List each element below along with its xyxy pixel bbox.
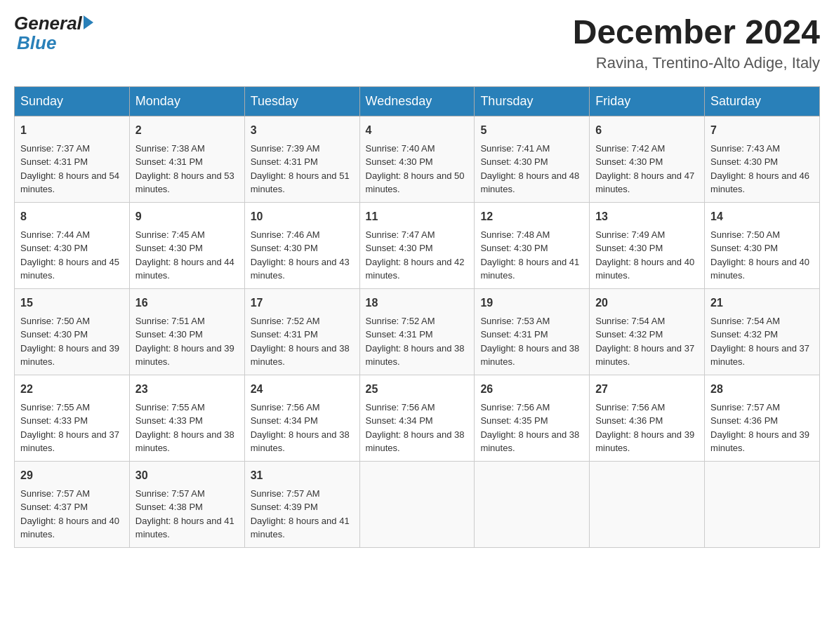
weekday-header-saturday: Saturday [705,86,820,116]
day-number: 17 [251,295,354,311]
daylight-label: Daylight: 8 hours and 39 minutes. [135,343,234,368]
day-number: 12 [480,208,583,225]
calendar-cell: 19 Sunrise: 7:53 AM Sunset: 4:31 PM Dayl… [475,288,590,375]
page-header: General Blue December 2024 Ravina, Trent… [14,14,820,72]
day-number: 14 [710,208,814,225]
weekday-header-sunday: Sunday [15,86,130,116]
sunrise-label: Sunrise: 7:55 AM [135,402,205,412]
calendar-cell: 29 Sunrise: 7:57 AM Sunset: 4:37 PM Dayl… [15,461,130,547]
sunset-label: Sunset: 4:30 PM [135,243,203,253]
sunrise-label: Sunrise: 7:40 AM [366,143,435,154]
sunset-label: Sunset: 4:35 PM [480,415,548,426]
sunset-label: Sunset: 4:34 PM [251,415,318,426]
logo-general-text: General [14,14,82,32]
calendar-cell: 26 Sunrise: 7:56 AM Sunset: 4:35 PM Dayl… [475,375,590,461]
sunset-label: Sunset: 4:30 PM [366,243,433,253]
sunrise-label: Sunrise: 7:41 AM [480,143,550,154]
day-number: 3 [251,122,354,139]
day-number: 31 [251,467,354,484]
day-number: 11 [366,208,469,225]
sunset-label: Sunset: 4:31 PM [20,156,88,167]
day-number: 16 [135,295,239,311]
calendar-cell: 25 Sunrise: 7:56 AM Sunset: 4:34 PM Dayl… [359,375,475,461]
sunset-label: Sunset: 4:33 PM [20,415,88,426]
calendar-cell: 27 Sunrise: 7:56 AM Sunset: 4:36 PM Dayl… [590,375,705,461]
sunrise-label: Sunrise: 7:50 AM [20,316,90,326]
sunrise-label: Sunrise: 7:52 AM [251,316,320,326]
sunset-label: Sunset: 4:31 PM [366,329,433,340]
daylight-label: Daylight: 8 hours and 41 minutes. [480,257,579,281]
title-block: December 2024 Ravina, Trentino-Alto Adig… [573,14,820,72]
day-number: 1 [20,122,124,139]
calendar-cell [475,461,590,547]
calendar-cell: 2 Sunrise: 7:38 AM Sunset: 4:31 PM Dayli… [129,116,244,202]
calendar-cell: 1 Sunrise: 7:37 AM Sunset: 4:31 PM Dayli… [15,116,130,202]
daylight-label: Daylight: 8 hours and 46 minutes. [710,170,809,195]
calendar-cell [705,461,820,547]
sunset-label: Sunset: 4:30 PM [135,329,203,340]
day-number: 30 [135,467,239,484]
sunrise-label: Sunrise: 7:55 AM [20,402,90,412]
logo-blue-text: Blue [17,32,56,53]
calendar-cell: 14 Sunrise: 7:50 AM Sunset: 4:30 PM Dayl… [705,202,820,288]
calendar-cell: 12 Sunrise: 7:48 AM Sunset: 4:30 PM Dayl… [475,202,590,288]
sunrise-label: Sunrise: 7:56 AM [595,402,665,412]
sunrise-label: Sunrise: 7:57 AM [135,488,205,499]
calendar-cell: 28 Sunrise: 7:57 AM Sunset: 4:36 PM Dayl… [705,375,820,461]
day-number: 24 [251,381,354,398]
sunset-label: Sunset: 4:30 PM [251,243,318,253]
calendar-cell: 18 Sunrise: 7:52 AM Sunset: 4:31 PM Dayl… [359,288,475,375]
calendar-week-row: 8 Sunrise: 7:44 AM Sunset: 4:30 PM Dayli… [15,202,820,288]
daylight-label: Daylight: 8 hours and 38 minutes. [251,429,350,454]
sunrise-label: Sunrise: 7:54 AM [595,316,665,326]
sunrise-label: Sunrise: 7:45 AM [135,229,205,240]
day-number: 20 [595,295,699,311]
daylight-label: Daylight: 8 hours and 38 minutes. [135,429,234,454]
day-number: 26 [480,381,583,398]
sunset-label: Sunset: 4:32 PM [710,329,778,340]
sunrise-label: Sunrise: 7:53 AM [480,316,550,326]
calendar-cell: 21 Sunrise: 7:54 AM Sunset: 4:32 PM Dayl… [705,288,820,375]
sunset-label: Sunset: 4:32 PM [595,329,663,340]
calendar-cell: 24 Sunrise: 7:56 AM Sunset: 4:34 PM Dayl… [244,375,359,461]
sunrise-label: Sunrise: 7:49 AM [595,229,665,240]
sunrise-label: Sunrise: 7:42 AM [595,143,665,154]
sunset-label: Sunset: 4:34 PM [366,415,433,426]
logo: General Blue [14,14,93,54]
day-number: 4 [366,122,469,139]
daylight-label: Daylight: 8 hours and 50 minutes. [366,170,465,195]
day-number: 19 [480,295,583,311]
location-subtitle: Ravina, Trentino-Alto Adige, Italy [573,54,820,72]
calendar-week-row: 29 Sunrise: 7:57 AM Sunset: 4:37 PM Dayl… [15,461,820,547]
weekday-header-wednesday: Wednesday [359,86,475,116]
daylight-label: Daylight: 8 hours and 47 minutes. [595,170,694,195]
sunset-label: Sunset: 4:30 PM [710,156,778,167]
day-number: 5 [480,122,583,139]
calendar-cell: 15 Sunrise: 7:50 AM Sunset: 4:30 PM Dayl… [15,288,130,375]
daylight-label: Daylight: 8 hours and 37 minutes. [595,343,694,368]
daylight-label: Daylight: 8 hours and 41 minutes. [135,516,234,540]
sunset-label: Sunset: 4:30 PM [480,243,548,253]
daylight-label: Daylight: 8 hours and 38 minutes. [366,429,465,454]
sunset-label: Sunset: 4:31 PM [251,156,318,167]
day-number: 9 [135,208,239,225]
sunrise-label: Sunrise: 7:56 AM [480,402,550,412]
daylight-label: Daylight: 8 hours and 37 minutes. [710,343,809,368]
day-number: 15 [20,295,124,311]
calendar-cell: 9 Sunrise: 7:45 AM Sunset: 4:30 PM Dayli… [129,202,244,288]
sunset-label: Sunset: 4:30 PM [20,243,88,253]
sunrise-label: Sunrise: 7:50 AM [710,229,780,240]
calendar-cell: 6 Sunrise: 7:42 AM Sunset: 4:30 PM Dayli… [590,116,705,202]
sunrise-label: Sunrise: 7:46 AM [251,229,320,240]
sunset-label: Sunset: 4:36 PM [595,415,663,426]
day-number: 25 [366,381,469,398]
daylight-label: Daylight: 8 hours and 39 minutes. [595,429,694,454]
calendar-week-row: 22 Sunrise: 7:55 AM Sunset: 4:33 PM Dayl… [15,375,820,461]
day-number: 28 [710,381,814,398]
sunset-label: Sunset: 4:30 PM [710,243,778,253]
calendar-cell [590,461,705,547]
sunset-label: Sunset: 4:38 PM [135,502,203,512]
daylight-label: Daylight: 8 hours and 41 minutes. [251,516,350,540]
weekday-header-friday: Friday [590,86,705,116]
day-number: 6 [595,122,699,139]
